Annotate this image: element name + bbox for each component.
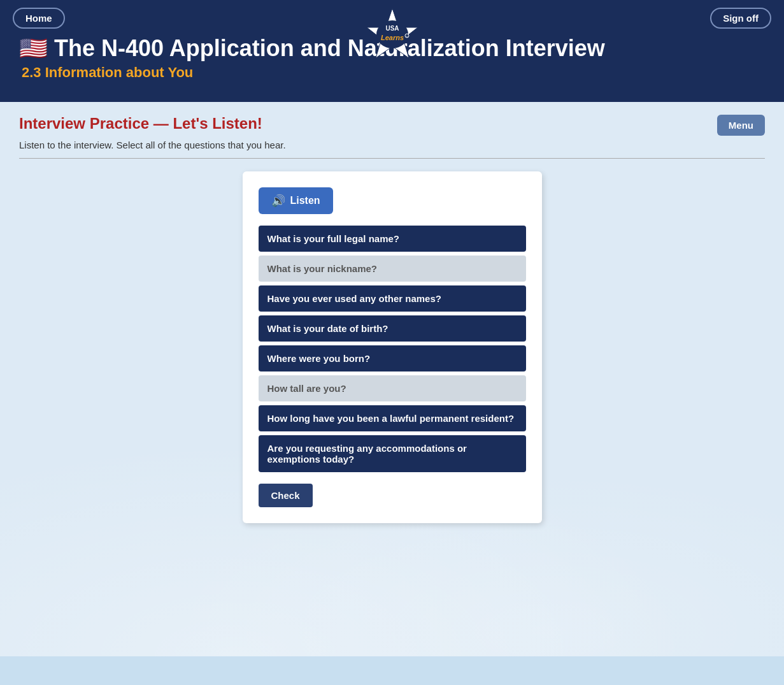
question-item-q2[interactable]: What is your nickname?: [259, 256, 526, 282]
question-item-q7[interactable]: How long have you been a lawful permanen…: [259, 405, 526, 431]
question-item-q4[interactable]: What is your date of birth?: [259, 315, 526, 342]
logo-container: USA Learns ®: [357, 5, 427, 65]
home-button[interactable]: Home: [13, 8, 65, 29]
menu-button[interactable]: Menu: [717, 115, 765, 136]
nav-bar: Home USA Learns ® Sign off: [13, 8, 771, 29]
question-item-q1[interactable]: What is your full legal name?: [259, 226, 526, 252]
question-item-q5[interactable]: Where were you born?: [259, 345, 526, 371]
svg-text:Learns: Learns: [380, 34, 403, 41]
usa-learns-logo: USA Learns ®: [357, 5, 427, 62]
section-description: Listen to the interview. Select all of t…: [19, 140, 765, 150]
signoff-button[interactable]: Sign off: [710, 8, 771, 29]
section-divider: [19, 158, 765, 159]
listen-label: Listen: [290, 195, 320, 206]
check-button[interactable]: Check: [259, 484, 313, 507]
question-item-q6[interactable]: How tall are you?: [259, 375, 526, 401]
section-header: Interview Practice — Let's Listen! Menu: [19, 115, 765, 136]
listen-button[interactable]: 🔊 Listen: [259, 187, 333, 214]
header: Home USA Learns ® Sign off 🇺🇸 The N-400 …: [0, 0, 784, 102]
main-content: Interview Practice — Let's Listen! Menu …: [0, 102, 784, 656]
exercise-card: 🔊 Listen What is your full legal name?Wh…: [243, 171, 542, 523]
page-title-text: The N-400 Application and Naturalization…: [54, 35, 605, 62]
page-subtitle: 2.3 Information about You: [19, 64, 771, 81]
speaker-icon: 🔊: [271, 194, 285, 208]
question-item-q3[interactable]: Have you ever used any other names?: [259, 285, 526, 312]
svg-text:USA: USA: [385, 25, 399, 32]
question-item-q8[interactable]: Are you requesting any accommodations or…: [259, 435, 526, 472]
svg-text:®: ®: [406, 35, 408, 38]
flag-icon: 🇺🇸: [19, 35, 48, 62]
section-title: Interview Practice — Let's Listen!: [19, 115, 262, 133]
question-list: What is your full legal name?What is you…: [259, 226, 526, 472]
